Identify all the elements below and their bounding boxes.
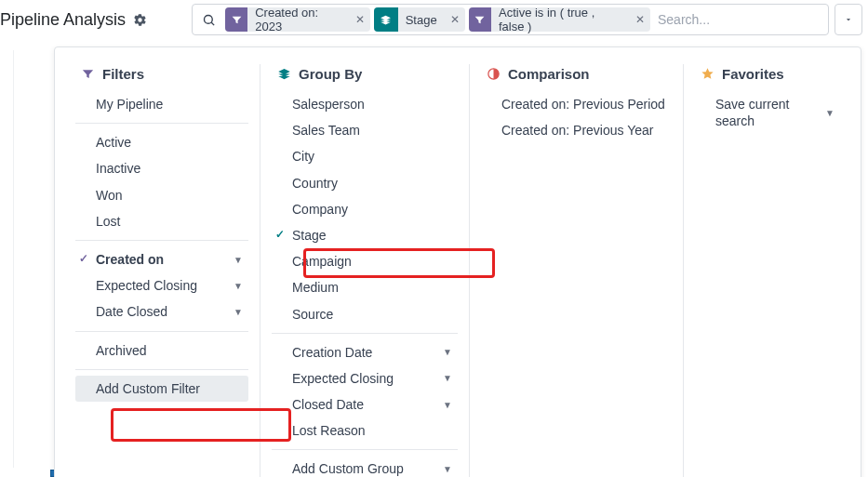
chevron-down-icon: ▼ <box>234 280 243 292</box>
search-input[interactable] <box>654 8 824 31</box>
divider <box>75 240 248 241</box>
filter-active[interactable]: Active <box>75 129 248 155</box>
page-title: Pipeline Analysis <box>0 10 126 30</box>
group-campaign[interactable]: Campaign <box>272 248 458 274</box>
add-custom-group[interactable]: Add Custom Group▼ <box>272 456 458 477</box>
filters-heading: Filters <box>75 64 248 91</box>
filter-lost[interactable]: Lost <box>75 208 248 234</box>
favorites-column: Favorites Save current search▼ <box>683 64 851 477</box>
chevron-down-icon: ▼ <box>443 399 452 411</box>
group-city[interactable]: City <box>272 143 458 169</box>
star-icon <box>701 67 714 81</box>
search-bar[interactable]: Created on: 2023 ✕ Stage ✕ Active is in … <box>192 4 829 35</box>
topbar: Pipeline Analysis Created on: 2023 ✕ Sta… <box>0 0 868 39</box>
page-title-area: Pipeline Analysis <box>0 10 192 30</box>
filter-archived[interactable]: Archived <box>75 338 248 364</box>
group-creation-date[interactable]: Creation Date▼ <box>272 339 458 365</box>
search-panel: Filters My Pipeline Active Inactive Won … <box>54 46 861 477</box>
comparison-prev-year[interactable]: Created on: Previous Year <box>481 117 672 143</box>
filter-won[interactable]: Won <box>75 182 248 208</box>
group-sales-team[interactable]: Sales Team <box>272 117 458 143</box>
filters-column: Filters My Pipeline Active Inactive Won … <box>64 64 260 477</box>
svg-line-1 <box>211 22 214 25</box>
search-options-toggle[interactable] <box>835 4 862 35</box>
favorites-heading: Favorites <box>695 64 840 91</box>
groupby-column: Group By Salesperson Sales Team City Cou… <box>260 64 469 477</box>
filter-pill-created-on[interactable]: Created on: 2023 ✕ <box>225 7 370 32</box>
chevron-down-icon: ▼ <box>825 107 835 119</box>
pill-label: Created on: 2023 <box>247 6 350 33</box>
chevron-down-icon: ▼ <box>234 254 243 266</box>
filter-created-on[interactable]: Created on▼ <box>75 246 248 272</box>
filter-inactive[interactable]: Inactive <box>75 155 248 181</box>
svg-point-0 <box>205 15 213 23</box>
group-salesperson[interactable]: Salesperson <box>272 91 458 117</box>
filter-pill-active[interactable]: Active is in ( true , false ) ✕ <box>469 7 650 32</box>
group-company[interactable]: Company <box>272 196 458 222</box>
chevron-down-icon: ▼ <box>443 346 452 358</box>
layers-icon <box>277 67 291 81</box>
pill-label: Active is in ( true , false ) <box>491 6 630 33</box>
comparison-column: Comparison Created on: Previous Period C… <box>469 64 683 477</box>
filter-expected-closing[interactable]: Expected Closing▼ <box>75 272 248 298</box>
pill-label: Stage <box>398 13 445 27</box>
group-medium[interactable]: Medium <box>272 274 458 300</box>
group-expected-closing[interactable]: Expected Closing▼ <box>272 365 458 391</box>
close-icon[interactable]: ✕ <box>445 13 465 26</box>
add-custom-filter[interactable]: Add Custom Filter <box>75 376 248 402</box>
group-closed-date[interactable]: Closed Date▼ <box>272 391 458 417</box>
chevron-down-icon: ▼ <box>443 372 452 384</box>
group-source[interactable]: Source <box>272 301 458 327</box>
filter-icon <box>225 7 247 32</box>
comparison-heading: Comparison <box>481 64 672 91</box>
contrast-icon <box>487 67 501 81</box>
divider <box>272 333 458 334</box>
filter-icon <box>81 67 95 81</box>
close-icon[interactable]: ✕ <box>350 13 370 26</box>
close-icon[interactable]: ✕ <box>630 13 650 26</box>
filter-icon <box>469 7 491 32</box>
divider <box>75 123 248 124</box>
group-country[interactable]: Country <box>272 170 458 196</box>
divider <box>75 369 248 370</box>
filter-my-pipeline[interactable]: My Pipeline <box>75 91 248 117</box>
save-current-search[interactable]: Save current search▼ <box>695 91 840 134</box>
gear-icon[interactable] <box>133 13 147 27</box>
comparison-prev-period[interactable]: Created on: Previous Period <box>481 91 672 117</box>
divider <box>272 449 458 450</box>
layers-icon <box>374 7 398 32</box>
group-stage[interactable]: Stage <box>272 222 458 248</box>
groupby-heading: Group By <box>272 64 458 91</box>
chevron-down-icon: ▼ <box>443 463 452 475</box>
group-lost-reason[interactable]: Lost Reason <box>272 417 458 444</box>
search-icon <box>196 13 221 27</box>
filter-date-closed[interactable]: Date Closed▼ <box>75 298 248 325</box>
chevron-down-icon: ▼ <box>234 306 243 318</box>
divider <box>75 331 248 332</box>
group-pill-stage[interactable]: Stage ✕ <box>374 7 465 32</box>
